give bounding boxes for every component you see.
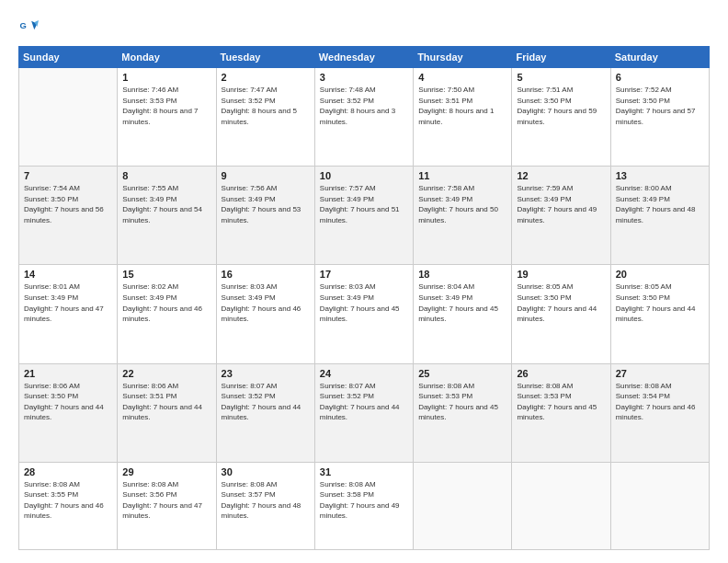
day-number: 14 [24,269,112,280]
day-info: Sunrise: 8:06 AMSunset: 3:50 PMDaylight:… [24,381,112,423]
day-info: Sunrise: 7:52 AMSunset: 3:50 PMDaylight:… [616,85,704,127]
day-number: 3 [320,72,408,83]
day-number: 7 [24,170,112,181]
day-number: 16 [222,269,310,280]
calendar-cell: 27Sunrise: 8:08 AMSunset: 3:54 PMDayligh… [610,363,709,462]
day-info: Sunrise: 8:02 AMSunset: 3:49 PMDaylight:… [122,282,210,324]
week-row-2: 7Sunrise: 7:54 AMSunset: 3:50 PMDaylight… [19,167,710,265]
day-info: Sunrise: 7:56 AMSunset: 3:49 PMDaylight:… [222,183,310,225]
weekday-header-sunday: Sunday [19,47,118,68]
calendar-cell: 21Sunrise: 8:06 AMSunset: 3:50 PMDayligh… [19,363,118,462]
day-info: Sunrise: 8:06 AMSunset: 3:51 PMDaylight:… [122,381,210,423]
calendar-table: SundayMondayTuesdayWednesdayThursdayFrid… [18,46,710,550]
calendar-cell: 9Sunrise: 7:56 AMSunset: 3:49 PMDaylight… [216,167,314,265]
calendar-cell [610,462,709,549]
day-number: 27 [616,368,704,379]
week-row-5: 28Sunrise: 8:08 AMSunset: 3:55 PMDayligh… [19,462,710,549]
day-info: Sunrise: 8:08 AMSunset: 3:55 PMDaylight:… [24,479,112,522]
day-number: 18 [418,269,506,280]
calendar-cell: 17Sunrise: 8:03 AMSunset: 3:49 PMDayligh… [314,265,413,363]
weekday-header-row: SundayMondayTuesdayWednesdayThursdayFrid… [19,47,710,68]
calendar-cell: 22Sunrise: 8:06 AMSunset: 3:51 PMDayligh… [118,363,216,462]
day-number: 15 [122,269,210,280]
day-number: 19 [517,269,605,280]
day-number: 17 [320,269,408,280]
calendar-cell: 25Sunrise: 8:08 AMSunset: 3:53 PMDayligh… [414,363,512,462]
calendar-cell: 16Sunrise: 8:03 AMSunset: 3:49 PMDayligh… [216,265,314,363]
calendar-cell: 13Sunrise: 8:00 AMSunset: 3:49 PMDayligh… [610,167,709,265]
day-info: Sunrise: 7:46 AMSunset: 3:53 PMDaylight:… [122,85,210,127]
day-info: Sunrise: 8:07 AMSunset: 3:52 PMDaylight:… [320,381,408,423]
calendar-cell: 31Sunrise: 8:08 AMSunset: 3:58 PMDayligh… [314,462,413,549]
weekday-header-tuesday: Tuesday [216,47,314,68]
day-number: 6 [616,72,704,83]
day-number: 30 [222,466,310,477]
calendar-cell: 20Sunrise: 8:05 AMSunset: 3:50 PMDayligh… [610,265,709,363]
day-info: Sunrise: 8:03 AMSunset: 3:49 PMDaylight:… [222,282,310,324]
svg-text:G: G [20,20,27,30]
calendar-cell: 10Sunrise: 7:57 AMSunset: 3:49 PMDayligh… [314,167,413,265]
day-info: Sunrise: 7:54 AMSunset: 3:50 PMDaylight:… [24,183,112,225]
calendar-cell: 4Sunrise: 7:50 AMSunset: 3:51 PMDaylight… [414,68,512,167]
calendar-cell [512,462,610,549]
day-number: 4 [418,72,506,83]
calendar-cell: 3Sunrise: 7:48 AMSunset: 3:52 PMDaylight… [314,68,413,167]
day-number: 13 [616,170,704,181]
day-info: Sunrise: 8:08 AMSunset: 3:53 PMDaylight:… [418,381,506,423]
calendar-cell: 15Sunrise: 8:02 AMSunset: 3:49 PMDayligh… [118,265,216,363]
calendar-cell: 28Sunrise: 8:08 AMSunset: 3:55 PMDayligh… [19,462,118,549]
logo-icon: G [18,17,39,37]
calendar-cell: 11Sunrise: 7:58 AMSunset: 3:49 PMDayligh… [414,167,512,265]
calendar-cell: 12Sunrise: 7:59 AMSunset: 3:49 PMDayligh… [512,167,610,265]
day-info: Sunrise: 7:50 AMSunset: 3:51 PMDaylight:… [418,85,506,127]
calendar-cell: 2Sunrise: 7:47 AMSunset: 3:52 PMDaylight… [216,68,314,167]
header: G [18,17,710,37]
day-info: Sunrise: 8:00 AMSunset: 3:49 PMDaylight:… [616,183,704,225]
day-number: 10 [320,170,408,181]
calendar-cell: 5Sunrise: 7:51 AMSunset: 3:50 PMDaylight… [512,68,610,167]
weekday-header-saturday: Saturday [610,47,709,68]
calendar-cell: 1Sunrise: 7:46 AMSunset: 3:53 PMDaylight… [118,68,216,167]
day-info: Sunrise: 8:08 AMSunset: 3:56 PMDaylight:… [122,479,210,522]
logo: G [18,17,42,37]
day-info: Sunrise: 7:51 AMSunset: 3:50 PMDaylight:… [517,85,605,127]
week-row-4: 21Sunrise: 8:06 AMSunset: 3:50 PMDayligh… [19,363,710,462]
weekday-header-friday: Friday [512,47,610,68]
day-number: 21 [24,368,112,379]
calendar-cell: 7Sunrise: 7:54 AMSunset: 3:50 PMDaylight… [19,167,118,265]
calendar-cell: 6Sunrise: 7:52 AMSunset: 3:50 PMDaylight… [610,68,709,167]
day-info: Sunrise: 7:59 AMSunset: 3:49 PMDaylight:… [517,183,605,225]
calendar-cell: 19Sunrise: 8:05 AMSunset: 3:50 PMDayligh… [512,265,610,363]
day-info: Sunrise: 8:07 AMSunset: 3:52 PMDaylight:… [222,381,310,423]
day-number: 5 [517,72,605,83]
day-info: Sunrise: 7:48 AMSunset: 3:52 PMDaylight:… [320,85,408,127]
day-number: 28 [24,466,112,477]
day-number: 20 [616,269,704,280]
day-number: 25 [418,368,506,379]
day-number: 11 [418,170,506,181]
calendar-cell: 30Sunrise: 8:08 AMSunset: 3:57 PMDayligh… [216,462,314,549]
day-number: 31 [320,466,408,477]
day-info: Sunrise: 8:03 AMSunset: 3:49 PMDaylight:… [320,282,408,324]
day-number: 8 [122,170,210,181]
weekday-header-monday: Monday [118,47,216,68]
week-row-1: 1Sunrise: 7:46 AMSunset: 3:53 PMDaylight… [19,68,710,167]
day-info: Sunrise: 7:47 AMSunset: 3:52 PMDaylight:… [222,85,310,127]
day-info: Sunrise: 8:04 AMSunset: 3:49 PMDaylight:… [418,282,506,324]
day-number: 26 [517,368,605,379]
day-info: Sunrise: 8:05 AMSunset: 3:50 PMDaylight:… [616,282,704,324]
day-number: 9 [222,170,310,181]
day-info: Sunrise: 7:57 AMSunset: 3:49 PMDaylight:… [320,183,408,225]
calendar-cell: 8Sunrise: 7:55 AMSunset: 3:49 PMDaylight… [118,167,216,265]
calendar-cell [19,68,118,167]
calendar-cell: 29Sunrise: 8:08 AMSunset: 3:56 PMDayligh… [118,462,216,549]
day-info: Sunrise: 8:08 AMSunset: 3:58 PMDaylight:… [320,479,408,522]
day-info: Sunrise: 8:08 AMSunset: 3:54 PMDaylight:… [616,381,704,423]
day-info: Sunrise: 7:55 AMSunset: 3:49 PMDaylight:… [122,183,210,225]
calendar-cell [414,462,512,549]
day-number: 29 [122,466,210,477]
day-number: 12 [517,170,605,181]
day-number: 2 [222,72,310,83]
calendar-cell: 18Sunrise: 8:04 AMSunset: 3:49 PMDayligh… [414,265,512,363]
weekday-header-thursday: Thursday [414,47,512,68]
